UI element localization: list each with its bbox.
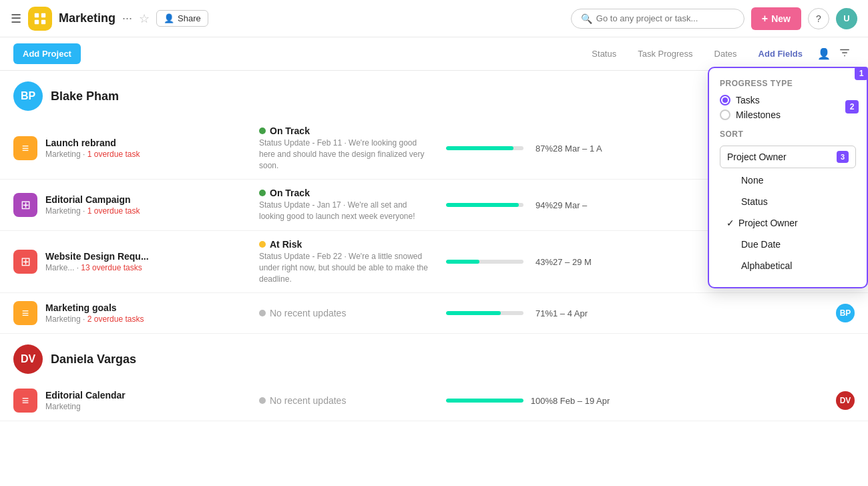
project-icon: ≡ bbox=[13, 389, 37, 413]
status-col-header: Status bbox=[581, 49, 627, 59]
sort-options-list: None Status ✓ Project Owner Due Date bbox=[720, 170, 856, 276]
status-text: On Track bbox=[270, 126, 310, 136]
sort-selected-dropdown[interactable]: Project Owner 3 bbox=[720, 146, 856, 168]
right-controls: Add Fields 👤 1 Progress type Tasks 2 bbox=[748, 47, 855, 61]
sort-option-project-owner[interactable]: ✓ Project Owner bbox=[720, 212, 856, 234]
status-col: On TrackStatus Update - Jan 17 · We're a… bbox=[259, 188, 446, 222]
status-text: At Risk bbox=[270, 239, 302, 250]
project-icon: ≡ bbox=[13, 136, 37, 160]
sort-dropdown-panel: 1 Progress type Tasks 2 Milestones Sort bbox=[708, 67, 868, 288]
progress-bar-bg bbox=[446, 311, 523, 315]
new-button[interactable]: + New bbox=[751, 7, 801, 30]
dates-col: 27 – 29 M bbox=[553, 257, 633, 267]
svg-rect-3 bbox=[41, 19, 45, 23]
app-title: Marketing bbox=[59, 11, 116, 25]
milestones-radio-row[interactable]: Milestones bbox=[720, 109, 856, 120]
project-meta: Marke... · 13 overdue tasks bbox=[45, 263, 259, 272]
check-icon: ✓ bbox=[726, 218, 734, 228]
user-avatar[interactable]: U bbox=[836, 8, 857, 29]
progress-col: 43% bbox=[446, 257, 553, 267]
row-avatar: DV bbox=[836, 391, 855, 410]
progress-bar-fill bbox=[446, 146, 513, 150]
project-name: Launch rebrand bbox=[45, 138, 259, 148]
plus-icon: + bbox=[762, 13, 768, 25]
project-row[interactable]: ≡Editorial CalendarMarketingNo recent up… bbox=[0, 381, 868, 421]
share-button[interactable]: 👤 Share bbox=[156, 10, 208, 27]
person-avatar: DV bbox=[13, 344, 43, 374]
project-info: Marketing goalsMarketing · 2 overdue tas… bbox=[45, 302, 259, 324]
status-update: Status Update - Jan 17 · We're all set a… bbox=[259, 200, 433, 222]
project-info: Editorial CalendarMarketing bbox=[45, 390, 259, 411]
tasks-label: Tasks bbox=[736, 95, 760, 105]
status-dot bbox=[259, 128, 266, 134]
progress-bar-bg bbox=[446, 146, 523, 150]
project-info: Website Design Requ...Marke... · 13 over… bbox=[45, 251, 259, 272]
progress-bar-fill bbox=[446, 203, 519, 207]
sort-option-alphabetical[interactable]: Alphabetical bbox=[720, 255, 856, 276]
milestones-radio[interactable] bbox=[720, 109, 730, 120]
status-col: No recent updates bbox=[259, 395, 446, 406]
project-name: Website Design Requ... bbox=[45, 251, 259, 262]
tasks-radio-row[interactable]: Tasks 2 bbox=[720, 95, 856, 105]
progress-percent: 94% bbox=[529, 200, 553, 210]
svg-rect-1 bbox=[41, 13, 45, 17]
dates-col: 28 Mar – 1 A bbox=[553, 144, 633, 154]
project-icon: ≡ bbox=[13, 301, 37, 325]
tasks-radio[interactable] bbox=[720, 95, 730, 105]
panel-badge-1: 1 bbox=[855, 67, 868, 80]
status-update: Status Update - Feb 22 · We're a little … bbox=[259, 251, 433, 284]
sort-badge: 3 bbox=[837, 151, 849, 163]
hamburger-icon[interactable]: ☰ bbox=[11, 11, 21, 26]
search-input[interactable] bbox=[596, 13, 734, 23]
svg-rect-2 bbox=[35, 19, 39, 23]
sort-option-status[interactable]: Status bbox=[720, 191, 856, 212]
add-project-button[interactable]: Add Project bbox=[13, 43, 81, 64]
sort-option-due-date[interactable]: Due Date bbox=[720, 234, 856, 255]
project-meta: Marketing · 1 overdue task bbox=[45, 206, 259, 216]
star-icon[interactable]: ☆ bbox=[139, 11, 150, 26]
task-progress-col-header: Task Progress bbox=[627, 49, 703, 59]
subheader: Add Project Status Task Progress Dates A… bbox=[0, 37, 868, 71]
project-info: Editorial CampaignMarketing · 1 overdue … bbox=[45, 194, 259, 216]
sort-selected-label: Project Owner bbox=[727, 152, 787, 162]
milestones-label: Milestones bbox=[736, 109, 781, 120]
status-dot bbox=[259, 190, 266, 196]
add-fields-button[interactable]: Add Fields bbox=[748, 49, 813, 59]
status-label: No recent updates bbox=[259, 395, 446, 406]
progress-percent: 87% bbox=[529, 144, 553, 154]
status-col: At RiskStatus Update - Feb 22 · We're a … bbox=[259, 239, 446, 284]
sort-filter-icon[interactable] bbox=[835, 47, 855, 61]
column-headers: Status Task Progress Dates Add Fields 👤 … bbox=[581, 47, 855, 61]
status-update: Status Update - Feb 11 · We're looking g… bbox=[259, 138, 433, 171]
more-options-icon[interactable]: ··· bbox=[122, 11, 132, 25]
person-filter-icon[interactable]: 👤 bbox=[813, 47, 835, 60]
progress-bar-bg bbox=[446, 399, 523, 403]
sort-option-none[interactable]: None bbox=[720, 170, 856, 191]
progress-percent: 71% bbox=[529, 308, 553, 318]
progress-col: 100% bbox=[446, 396, 553, 406]
status-text: No recent updates bbox=[270, 308, 346, 318]
badge-2: 2 bbox=[845, 100, 859, 113]
progress-bar-fill bbox=[446, 399, 523, 403]
status-col: On TrackStatus Update - Feb 11 · We're l… bbox=[259, 126, 446, 171]
dates-col-header: Dates bbox=[704, 49, 748, 59]
project-info: Launch rebrandMarketing · 1 overdue task bbox=[45, 138, 259, 159]
search-bar[interactable]: 🔍 bbox=[571, 9, 744, 29]
svg-rect-0 bbox=[35, 13, 39, 17]
status-text: On Track bbox=[270, 188, 310, 198]
project-name: Marketing goals bbox=[45, 302, 259, 313]
project-meta: Marketing · 2 overdue tasks bbox=[45, 314, 259, 324]
progress-col: 87% bbox=[446, 144, 553, 154]
progress-bar-bg bbox=[446, 203, 523, 207]
search-icon: 🔍 bbox=[581, 13, 592, 24]
help-button[interactable]: ? bbox=[808, 8, 829, 29]
progress-bar-fill bbox=[446, 260, 479, 264]
status-label: On Track bbox=[259, 188, 446, 198]
project-row[interactable]: ≡Marketing goalsMarketing · 2 overdue ta… bbox=[0, 293, 868, 334]
progress-percent: 100% bbox=[529, 396, 553, 406]
person-name: Blake Pham bbox=[51, 89, 119, 103]
project-icon: ⊞ bbox=[13, 193, 37, 217]
status-label: On Track bbox=[259, 126, 446, 136]
person-group-1: DVDaniela Vargas bbox=[0, 334, 868, 374]
project-meta: Marketing · 1 overdue task bbox=[45, 150, 259, 159]
